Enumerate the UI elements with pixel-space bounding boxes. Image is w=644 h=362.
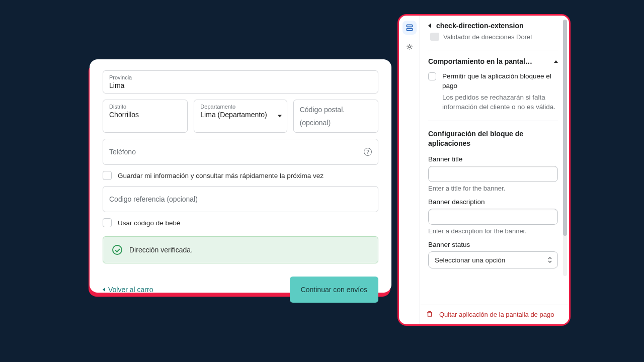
phone-placeholder: Teléfono: [109, 148, 136, 156]
back-to-cart-link[interactable]: Volver al carro: [103, 286, 153, 294]
save-info-row[interactable]: Guardar mi información y consultar más r…: [103, 171, 378, 180]
panel-header: check-direction-extension: [428, 22, 558, 30]
postal-placeholder: Código postal. (opcional): [300, 106, 345, 127]
panel-subtitle: Validador de direcciones Dorel: [443, 33, 532, 41]
postal-field[interactable]: Código postal. (opcional): [293, 100, 378, 133]
province-label: Provincia: [109, 74, 372, 81]
continue-shipping-button[interactable]: Continuar con envíos: [290, 277, 378, 303]
banner-status-select[interactable]: Seleccionar una opción: [428, 251, 558, 268]
settings-tab-icon[interactable]: [403, 40, 417, 54]
department-label: Departamento: [200, 103, 272, 110]
behavior-accordion: Comportamiento en la pantalla d… Permiti…: [428, 50, 558, 112]
app-block-config-section: Configuración del bloque de aplicaciones…: [428, 121, 558, 268]
scrollbar[interactable]: [563, 20, 567, 276]
icon-rail: [399, 16, 420, 324]
svg-point-2: [409, 46, 411, 48]
banner-status-label: Banner status: [428, 241, 558, 248]
panel-body: check-direction-extension Validador de d…: [420, 16, 569, 324]
banner-desc-label: Banner description: [428, 198, 558, 206]
district-label: Distrito: [109, 103, 181, 110]
svg-rect-1: [407, 29, 412, 31]
phone-field[interactable]: Teléfono ?: [103, 139, 378, 165]
scroll-thumb[interactable]: [563, 20, 567, 236]
baby-code-label: Usar código de bebé: [118, 219, 181, 227]
banner-status-group: Banner status Seleccionar una opción: [428, 241, 558, 268]
reference-code-field[interactable]: Codigo referencia (opcional): [103, 186, 378, 212]
accordion-title: Comportamiento en la pantalla d…: [428, 57, 534, 65]
province-field[interactable]: Provincia Lima: [103, 70, 378, 94]
help-icon[interactable]: ?: [364, 148, 372, 156]
save-info-label: Guardar mi información y consultar más r…: [118, 172, 324, 179]
address-verified-banner: Dirección verificada.: [103, 236, 378, 263]
checkout-footer: Volver al carro Continuar con envíos: [103, 277, 378, 303]
panel-title: check-direction-extension: [436, 22, 524, 30]
department-value: Lima (Departamento): [200, 111, 267, 119]
baby-code-checkbox[interactable]: [103, 218, 112, 227]
checkout-card: Provincia Lima Distrito Chorrillos Depar…: [90, 59, 391, 293]
check-circle-icon: [112, 245, 122, 255]
block-payment-help: Los pedidos se rechazarán si falta infor…: [442, 93, 558, 112]
block-payment-label: Permitir que la aplicación bloquee el pa…: [442, 71, 558, 90]
panel-back-icon[interactable]: [428, 23, 431, 28]
select-caret-icon: [547, 256, 553, 264]
reference-code-placeholder: Codigo referencia (opcional): [109, 195, 198, 203]
sections-tab-icon[interactable]: [403, 21, 417, 35]
svg-rect-0: [407, 25, 412, 27]
trash-icon[interactable]: [426, 310, 433, 319]
banner-status-placeholder: Seleccionar una opción: [435, 256, 505, 264]
block-payment-setting: Permitir que la aplicación bloquee el pa…: [428, 71, 558, 112]
banner-desc-help: Enter a description for the banner.: [428, 227, 558, 235]
extension-settings-panel: check-direction-extension Validador de d…: [397, 14, 571, 326]
banner-desc-group: Banner description Enter a description f…: [428, 198, 558, 235]
banner-title-help: Enter a title for the banner.: [428, 185, 558, 192]
section2-title: Configuración del bloque de aplicaciones: [428, 129, 558, 148]
department-select[interactable]: Departamento Lima (Departamento): [194, 100, 287, 133]
accordion-head[interactable]: Comportamiento en la pantalla d…: [428, 57, 558, 65]
panel-subtitle-row: Validador de direcciones Dorel: [430, 33, 558, 41]
back-link-label: Volver al carro: [108, 286, 153, 294]
remove-app-link[interactable]: Quitar aplicación de la pantalla de pago: [439, 310, 554, 319]
chevron-down-icon: [278, 115, 282, 118]
baby-code-row[interactable]: Usar código de bebé: [103, 218, 378, 227]
panel-footer: Quitar aplicación de la pantalla de pago: [420, 305, 569, 324]
banner-desc-input[interactable]: [428, 209, 558, 225]
district-field[interactable]: Distrito Chorrillos: [103, 100, 188, 133]
banner-title-group: Banner title Enter a title for the banne…: [428, 155, 558, 192]
verified-text: Dirección verificada.: [129, 246, 193, 254]
banner-title-input[interactable]: [428, 166, 558, 182]
app-type-icon: [430, 33, 439, 41]
district-department-row: Distrito Chorrillos Departamento Lima (D…: [103, 100, 378, 133]
district-value: Chorrillos: [109, 111, 139, 119]
banner-title-label: Banner title: [428, 155, 558, 163]
chevron-left-icon: [103, 288, 105, 292]
save-info-checkbox[interactable]: [103, 171, 112, 180]
block-payment-checkbox[interactable]: [428, 72, 436, 80]
chevron-up-icon: [554, 60, 558, 63]
province-value: Lima: [109, 81, 124, 89]
